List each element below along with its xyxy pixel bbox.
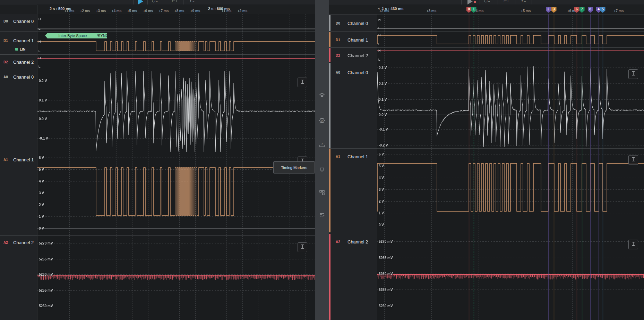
svg-text:1F: 1F (321, 119, 324, 122)
measurements-icon[interactable]: 3 (319, 142, 325, 148)
ruler-tick-label: +8 ms (174, 9, 184, 13)
tooltip-text: Timing Markers (281, 166, 307, 170)
channel-name[interactable]: Channel 0 (347, 70, 368, 75)
channel-name[interactable]: Channel 2 (13, 240, 34, 245)
level-label-high: H (38, 17, 41, 21)
voltage-scale-label: 5260 mV (379, 272, 393, 276)
extensions-icon[interactable] (319, 189, 325, 196)
channel-chip-a1[interactable]: A1 (3, 158, 8, 162)
channel-chip-d2[interactable]: D2 (3, 60, 8, 64)
toolbar-separator (532, 0, 532, 5)
lin-analyzer-label[interactable]: LIN (20, 47, 25, 51)
channel-chip-d0[interactable]: D0 (336, 21, 340, 25)
channel-name[interactable]: Channel 1 (347, 37, 368, 43)
channel-name[interactable]: Channel 2 (347, 53, 368, 58)
voltage-scale-label: 5265 mV (39, 257, 53, 261)
voltage-scale-label: 5 V (39, 168, 44, 171)
voltage-scale-label: 6 V (379, 152, 384, 156)
voltage-scale-label: -0.1 V (39, 136, 48, 140)
voltage-scale-label: 5 V (379, 164, 384, 168)
level-label-high: H (378, 34, 381, 37)
voltage-scale-label: 2 V (39, 203, 44, 207)
channel-chip-a1[interactable]: A1 (336, 155, 340, 159)
ibeam-icon (631, 241, 635, 248)
voltage-scale-label: 5270 mV (379, 240, 393, 243)
channel-color-strip (329, 149, 330, 232)
channel-name[interactable]: Channel 0 (13, 19, 34, 24)
ruler-tick-label: +6 ms (143, 9, 153, 13)
level-label-high: H (38, 56, 41, 60)
measure-range-button[interactable] (628, 69, 638, 79)
annotation-bubble[interactable]: !SYNC (96, 33, 107, 38)
voltage-scale-label: -0.1 V (379, 127, 388, 131)
filter-button[interactable]: Y⌄ (521, 0, 527, 3)
channel-row-separator (0, 32, 315, 32)
left-channel-label-column (0, 5, 37, 320)
level-label-low: L (38, 65, 41, 68)
channel-chip-d1[interactable]: D1 (336, 38, 340, 42)
ruler-tick-label: +9 ms (190, 9, 200, 13)
trigger-button[interactable]: ⬡⌄ (484, 0, 491, 3)
voltage-scale-label: 0.1 V (379, 98, 387, 101)
measure-range-button[interactable] (628, 240, 638, 249)
right-channel-label-column (328, 5, 377, 320)
channel-chip-a2[interactable]: A2 (3, 241, 8, 245)
notes-icon[interactable] (319, 212, 325, 218)
timing-markers-icon[interactable] (319, 167, 325, 173)
toolbar-separator (134, 0, 134, 5)
voltage-scale-label: 3 V (39, 191, 44, 195)
play-button[interactable] (138, 0, 143, 5)
voltage-scale-label: 5250 mV (379, 304, 393, 308)
channel-name[interactable]: Channel 0 (13, 74, 34, 80)
right-label-column-edge (377, 5, 377, 320)
level-label-low: L (38, 49, 41, 53)
left-label-column-edge (37, 5, 37, 320)
channel-name[interactable]: Channel 0 (347, 21, 368, 26)
measure-tool-button[interactable]: ⊢+ (504, 0, 509, 3)
voltage-scale-label: 0.0 V (39, 117, 47, 121)
channel-chip-d0[interactable]: D0 (3, 19, 8, 23)
ruler-tick-label: +3 ms (96, 9, 106, 13)
channel-name[interactable]: Channel 2 (347, 239, 368, 245)
measure-range-button[interactable] (298, 78, 307, 87)
voltage-scale-label: 4 V (379, 176, 384, 180)
channel-name[interactable]: Channel 1 (347, 154, 368, 159)
channel-chip-d2[interactable]: D2 (336, 54, 340, 57)
left-timeline-ruler[interactable]: 2 s : 590 ms2 s : 600 ms+1 ms+2 ms+3 ms+… (0, 5, 315, 14)
layers-icon[interactable] (319, 92, 325, 99)
right-waveform-canvas[interactable] (377, 14, 644, 320)
channel-chip-d1[interactable]: D1 (3, 39, 8, 43)
play-button[interactable] (467, 0, 473, 5)
level-label-high: H (378, 18, 381, 21)
channel-chip-a0[interactable]: A0 (3, 75, 8, 79)
ruler-tick-label: +7 ms (159, 9, 169, 13)
ibeam-icon (300, 79, 304, 86)
channel-name[interactable]: Channel 1 (13, 38, 34, 43)
annotation-bubble[interactable]: Inter-Byte Space (45, 33, 97, 38)
channel-chip-a0[interactable]: A0 (336, 71, 340, 74)
toolbar-separator (166, 0, 166, 5)
measure-tool-button[interactable]: ⊢+ (172, 0, 178, 3)
level-label-high: H (378, 49, 381, 52)
voltage-scale-label: 0 V (39, 226, 44, 230)
ibeam-icon (631, 157, 635, 163)
channel-chip-a2[interactable]: A2 (336, 240, 340, 244)
level-label-low: L (38, 27, 41, 30)
measure-range-button[interactable] (628, 155, 638, 165)
measure-range-button[interactable] (298, 242, 307, 252)
voltage-scale-label: 5260 mV (39, 273, 53, 276)
channel-row-separator (328, 15, 644, 15)
channel-color-strip (329, 234, 330, 320)
voltage-scale-label: 5250 mV (39, 304, 53, 308)
channel-color-strip (329, 63, 330, 148)
voltage-scale-label: 4 V (39, 179, 44, 183)
trigger-button[interactable]: ⬡⌄ (152, 0, 158, 3)
timing-markers-tooltip: Timing Markers (273, 161, 315, 174)
filter-button[interactable]: Y⌄ (189, 0, 195, 3)
ruler-tick-label: +1 ms (222, 9, 232, 13)
analyzers-icon[interactable]: 1F (319, 117, 325, 124)
channel-row-separator (0, 153, 315, 153)
channel-color-strip (329, 48, 330, 62)
channel-name[interactable]: Channel 1 (13, 157, 34, 162)
channel-name[interactable]: Channel 2 (13, 60, 34, 65)
